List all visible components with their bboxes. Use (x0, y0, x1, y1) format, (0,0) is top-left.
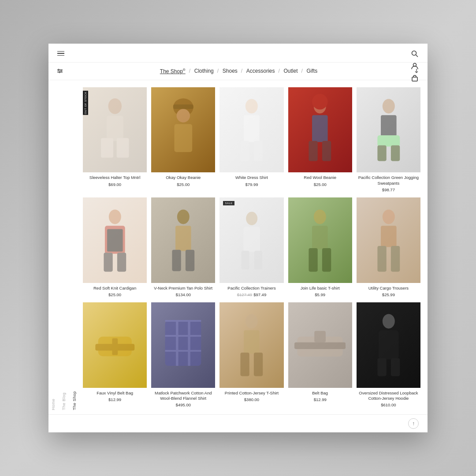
product-current-price-2: $25.00 (177, 182, 190, 187)
svg-rect-49 (322, 248, 331, 271)
store-body: Home The Blog The Shop OUT OF STOCKSleev… (48, 80, 428, 414)
product-price-9: $5.99 (288, 292, 352, 297)
product-image-9 (288, 197, 352, 283)
product-current-price-12: $495.00 (176, 402, 191, 407)
product-badge-1: OUT OF STOCK (83, 91, 88, 115)
product-card-1[interactable]: OUT OF STOCKSleeveless Halter Top Mntrl$… (83, 87, 147, 192)
search-button[interactable] (411, 50, 419, 58)
nav-links: The Shop Clothing Shoes Accessories Outl… (156, 66, 322, 76)
product-current-price-1: $69.00 (108, 182, 121, 187)
menu-button[interactable] (57, 50, 67, 56)
filter-button[interactable] (57, 69, 65, 73)
svg-rect-32 (390, 145, 399, 161)
nav-link-gifts[interactable]: Gifts (302, 66, 322, 76)
svg-rect-12 (107, 116, 123, 141)
product-image-7 (151, 197, 215, 283)
breadcrumb-blog[interactable]: The Blog (62, 85, 66, 410)
cart-button[interactable] (411, 74, 419, 82)
nav-link-accessories[interactable]: Accessories (242, 66, 279, 76)
product-card-5[interactable]: Pacific Collection Green Jogging Sweatpa… (357, 87, 420, 192)
product-price-4: $25.00 (288, 182, 352, 187)
svg-point-17 (177, 109, 190, 123)
product-image-6 (83, 197, 147, 283)
product-card-4[interactable]: Red Wool Beanie$25.00 (288, 87, 352, 192)
product-name-12: Matlock Patchwork Cotton And Wool-Blend … (151, 390, 215, 402)
product-card-9[interactable]: Join Life basic T-shirt$5.99 (288, 197, 352, 297)
product-price-1: $69.00 (83, 182, 147, 187)
product-price-13: $380.00 (219, 397, 283, 402)
product-price-14: $12.99 (288, 397, 352, 402)
product-name-10: Utility Cargo Trousers (357, 286, 420, 291)
product-card-12[interactable]: Matlock Patchwork Cotton And Wool-Blend … (151, 302, 215, 407)
svg-point-28 (382, 99, 394, 114)
svg-rect-47 (312, 226, 328, 249)
product-price-10: $25.99 (357, 292, 420, 297)
product-card-6[interactable]: Red Soft Knit Cardigan$25.00 (83, 197, 147, 297)
product-card-2[interactable]: Okay Okay Beanie$25.00 (151, 87, 215, 192)
svg-rect-68 (314, 331, 326, 342)
product-card-3[interactable]: White Dress Shirt$79.99 (219, 87, 283, 192)
product-card-10[interactable]: Utility Cargo Trousers$25.99 (357, 197, 420, 297)
product-current-price-4: $25.00 (314, 182, 327, 187)
product-current-price-6: $25.00 (108, 292, 121, 297)
nav-link-shoes[interactable]: Shoes (218, 66, 242, 76)
breadcrumb: Home The Blog The Shop (48, 80, 79, 414)
product-image-1: OUT OF STOCK (83, 87, 147, 173)
breadcrumb-shop[interactable]: The Shop (72, 85, 77, 410)
product-card-11[interactable]: Faux Vinyl Belt Bag$12.99 (83, 302, 147, 407)
product-price-5: $98.77 (357, 187, 420, 192)
svg-rect-22 (254, 141, 263, 161)
product-card-8[interactable]: SALEPacific Collection Trainers$127.49$9… (219, 197, 283, 297)
product-card-7[interactable]: V-Neck Premium Tan Polo Shirt$134.00 (151, 197, 215, 297)
product-price-7: $134.00 (151, 292, 215, 297)
product-card-14[interactable]: Belt Bag$12.99 (288, 302, 352, 407)
nav-link-clothing[interactable]: Clothing (190, 66, 218, 76)
product-name-15: Oversized Distressed Loopback Cotton-Jer… (357, 390, 420, 402)
bottom-bar: ↑ (48, 414, 428, 432)
product-name-5: Pacific Collection Green Jogging Sweatpa… (357, 175, 420, 186)
svg-rect-71 (379, 331, 399, 360)
store-title (57, 52, 419, 62)
product-name-14: Belt Bag (288, 390, 352, 396)
product-name-8: Pacific Collection Trainers (219, 286, 283, 291)
product-image-12 (151, 302, 215, 388)
product-current-price-5: $98.77 (382, 187, 395, 192)
product-image-13 (219, 302, 283, 388)
svg-rect-43 (243, 227, 260, 252)
svg-point-42 (246, 212, 257, 225)
store-window: The Shop Clothing Shoes Accessories Outl… (48, 44, 428, 432)
nav-link-outlet[interactable]: Outlet (279, 66, 302, 76)
product-image-2 (151, 87, 215, 173)
svg-point-11 (108, 98, 121, 114)
product-card-15[interactable]: Oversized Distressed Loopback Cotton-Jer… (357, 302, 420, 407)
svg-rect-16 (173, 104, 193, 109)
product-price-2: $25.00 (151, 182, 215, 187)
product-name-11: Faux Vinyl Belt Bag (83, 390, 147, 396)
product-price-12: $495.00 (151, 402, 215, 407)
svg-rect-26 (309, 141, 318, 161)
svg-point-9 (59, 72, 60, 73)
products-grid: OUT OF STOCKSleeveless Halter Top Mntrl$… (79, 80, 428, 414)
svg-rect-29 (381, 115, 397, 137)
svg-point-46 (314, 209, 326, 224)
svg-point-19 (245, 99, 258, 114)
svg-point-50 (382, 209, 394, 224)
svg-rect-48 (309, 248, 318, 271)
user-button[interactable] (411, 62, 419, 70)
breadcrumb-home[interactable]: Home (51, 85, 56, 410)
svg-rect-27 (322, 141, 331, 161)
svg-rect-65 (241, 353, 249, 376)
svg-rect-52 (377, 246, 386, 271)
product-image-10 (357, 197, 420, 283)
product-name-3: White Dress Shirt (219, 175, 283, 180)
svg-rect-57 (165, 321, 201, 366)
product-name-13: Printed Cotton-Jersey T-Shirt (219, 390, 283, 396)
svg-line-1 (416, 55, 418, 57)
product-price-6: $25.00 (83, 292, 147, 297)
scroll-to-top-button[interactable]: ↑ (408, 418, 419, 429)
nav-link-the-shop[interactable]: The Shop (156, 66, 190, 76)
svg-rect-3 (412, 77, 417, 81)
product-card-13[interactable]: Printed Cotton-Jersey T-Shirt$380.00 (219, 302, 283, 407)
svg-rect-13 (101, 138, 113, 158)
svg-rect-72 (377, 358, 386, 376)
